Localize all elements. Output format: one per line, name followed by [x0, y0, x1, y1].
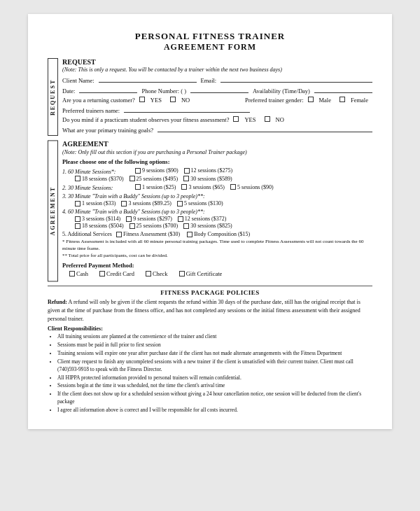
- session2-label: 2. 30 Minute Sessions:: [62, 185, 132, 191]
- s1o2-label: 12 sessions ($275): [191, 167, 233, 174]
- session4-opt3: 12 sessions ($372): [178, 216, 227, 222]
- s2o3-checkbox[interactable]: [230, 184, 236, 190]
- practicum-yes-label: YES: [244, 116, 255, 123]
- bullet-7: If the client does not show up for a sch…: [57, 391, 372, 406]
- s4o3-label: 12 sessions ($372): [185, 216, 227, 222]
- date-label: Date:: [62, 88, 75, 94]
- session1-label: 1. 60 Minute Sessions*:: [62, 169, 132, 175]
- title-block: PERSONAL FITNESS TRAINER AGREEMENT FORM: [48, 31, 372, 52]
- pay-cash-label: Cash: [76, 270, 88, 277]
- s1o4-label: 25 sessions ($495): [136, 176, 178, 182]
- client-name-label: Client Name:: [62, 77, 94, 84]
- request-side-label: REQUEST: [48, 58, 58, 136]
- s1o5-label: 30 sessions ($589): [190, 176, 232, 182]
- s3o3-checkbox[interactable]: [177, 201, 183, 206]
- session2-row1: 2. 30 Minute Sessions: 1 session ($25) 3…: [62, 184, 372, 192]
- s4o2-checkbox[interactable]: [126, 216, 132, 222]
- session1-opt1: 9 sessions ($90): [135, 167, 178, 174]
- s1o4-checkbox[interactable]: [130, 176, 135, 181]
- s1o3-label: 18 sessions ($370): [82, 176, 124, 182]
- bullet-5: All HIPPA protected information provided…: [57, 374, 372, 382]
- additional-label: 5. Additional Services: [62, 231, 112, 237]
- request-note: (Note: This is only a request. You will …: [62, 66, 372, 73]
- pay-cash: Cash: [69, 270, 88, 277]
- row-trainer-name: Preferred trainers name:: [62, 106, 372, 114]
- session1-opt5: 30 sessions ($589): [183, 176, 232, 182]
- session3-opt3: 5 sessions ($130): [177, 200, 223, 206]
- payment-label: Preferred Payment Method:: [62, 262, 372, 269]
- session3-label: 3. 30 Minute "Train with a Buddy" Sessio…: [62, 193, 244, 200]
- payment-block: Preferred Payment Method: Cash Credit Ca…: [62, 262, 372, 277]
- session4-opt4: 18 sessions ($504): [75, 223, 124, 229]
- s2o2-checkbox[interactable]: [181, 184, 187, 190]
- email-label: Email:: [201, 77, 217, 84]
- s1o3-checkbox[interactable]: [75, 176, 80, 181]
- s2o1-checkbox[interactable]: [135, 184, 141, 190]
- s4o4-checkbox[interactable]: [75, 223, 80, 229]
- session3-row2: 1 session ($33) 3 sessions ($89.25) 5 se…: [62, 200, 372, 206]
- s1o2-checkbox[interactable]: [184, 168, 190, 174]
- session1-row1: 1. 60 Minute Sessions*: 9 sessions ($90)…: [62, 167, 372, 175]
- bullet-1: All training sessions are planned at the…: [57, 333, 372, 341]
- pay-cc-checkbox[interactable]: [99, 271, 105, 276]
- bullet-list: All training sessions are planned at the…: [48, 333, 372, 414]
- phone-label: Phone Number: ( ): [141, 88, 186, 94]
- session4-opt1: 3 sessions ($114): [75, 216, 120, 222]
- agreement-content: AGREEMENT (Note: Only fill out this sect…: [62, 140, 372, 281]
- agreement-heading: AGREEMENT: [62, 140, 372, 148]
- session4-row2: 3 sessions ($114) 9 sessions ($297) 12 s…: [62, 216, 372, 222]
- add-o2-checkbox[interactable]: [187, 232, 192, 237]
- session3-opt1: 1 session ($33): [75, 200, 115, 206]
- session4-row3: 18 sessions ($504) 25 sessions ($700) 30…: [62, 223, 372, 229]
- s3o2-checkbox[interactable]: [121, 201, 127, 206]
- footnote2: ** Total price for all participants, cos…: [62, 253, 372, 260]
- practicum-no-label: NO: [276, 116, 284, 123]
- male-label: Male: [319, 97, 331, 104]
- s4o5-label: 25 sessions ($700): [136, 223, 178, 229]
- trainer-name-input[interactable]: [124, 106, 250, 113]
- session-type-4: 4. 60 Minute "Train with a Buddy" Sessio…: [62, 209, 372, 229]
- pay-check: Check: [146, 270, 168, 277]
- s4o3-checkbox[interactable]: [178, 216, 183, 222]
- practicum-yes-checkbox[interactable]: [233, 116, 239, 122]
- s4o5-checkbox[interactable]: [130, 223, 135, 229]
- session3-opt2: 3 sessions ($89.25): [121, 200, 172, 206]
- male-checkbox[interactable]: [308, 97, 314, 102]
- add-o1-checkbox[interactable]: [116, 232, 122, 237]
- request-heading: REQUEST: [62, 58, 372, 66]
- pay-gift-checkbox[interactable]: [179, 271, 185, 276]
- phone-input[interactable]: [190, 86, 248, 93]
- session2-opt3: 5 sessions ($90): [230, 184, 274, 190]
- s3o1-checkbox[interactable]: [75, 201, 80, 206]
- goals-input[interactable]: [158, 125, 372, 132]
- no-checkbox[interactable]: [170, 97, 176, 102]
- bullet-4: Client may request to finish any uncompl…: [57, 358, 372, 374]
- yes-checkbox[interactable]: [139, 97, 145, 102]
- add-o1-label: Fitness Assessment ($30): [123, 231, 180, 237]
- session1-opt4: 25 sessions ($495): [130, 176, 178, 182]
- pay-gift-label: Gift Certificate: [186, 270, 223, 277]
- s4o1-label: 3 sessions ($114): [82, 216, 120, 222]
- email-input[interactable]: [220, 76, 372, 83]
- row-date-phone: Date: Phone Number: ( ) Availability (Ti…: [62, 86, 372, 94]
- session1-opt3: 18 sessions ($370): [75, 176, 124, 182]
- session4-opt6: 30 sessions ($825): [183, 223, 232, 229]
- s1o1-label: 9 sessions ($90): [142, 167, 178, 174]
- pay-cc: Credit Card: [99, 270, 134, 277]
- fitness-policies: FITNESS PACKAGE POLICIES Refund: A refun…: [48, 286, 372, 414]
- availability-input[interactable]: [314, 86, 372, 93]
- s4o1-checkbox[interactable]: [75, 216, 80, 222]
- female-checkbox[interactable]: [340, 97, 345, 102]
- client-name-input[interactable]: [99, 76, 197, 83]
- pay-cash-checkbox[interactable]: [69, 271, 75, 276]
- pay-check-checkbox[interactable]: [146, 271, 151, 276]
- date-input[interactable]: [79, 86, 137, 93]
- session1-row2: 18 sessions ($370) 25 sessions ($495) 30…: [62, 176, 372, 182]
- s1o5-checkbox[interactable]: [183, 176, 189, 181]
- practicum-no-checkbox[interactable]: [265, 116, 270, 122]
- row-name-email: Client Name: Email:: [62, 76, 372, 84]
- row-returning-gender: Are you a returning customer? YES NO Pre…: [62, 97, 372, 104]
- s4o6-checkbox[interactable]: [183, 223, 189, 229]
- s1o1-checkbox[interactable]: [135, 168, 141, 174]
- s3o3-label: 5 sessions ($130): [184, 200, 223, 206]
